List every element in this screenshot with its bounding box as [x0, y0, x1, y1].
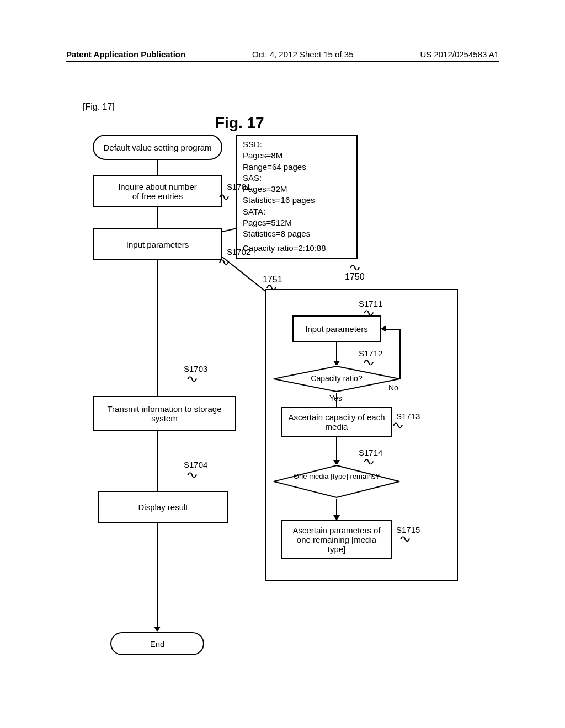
start-node: Default value setting program — [93, 135, 222, 160]
info-line-0: SSD: — [243, 139, 351, 150]
end-node-text: End — [150, 639, 165, 649]
step-s1701: Inquire about number of free entries — [93, 175, 222, 207]
label-s1704: S1704 — [184, 460, 207, 469]
connector — [157, 207, 158, 228]
tilde-s1714: ∿ — [362, 456, 375, 468]
connector — [336, 499, 337, 516]
connector — [157, 523, 158, 628]
step-s1703-text: Transmit information to storage system — [98, 404, 231, 423]
svg-line-0 — [222, 228, 237, 232]
connector — [157, 260, 158, 396]
tilde-s1701: ∿ — [217, 191, 231, 203]
tilde-1751: ∿ — [265, 281, 278, 293]
step-s1715-text: Ascertain parameters of one remaining [m… — [287, 526, 386, 554]
end-node: End — [110, 632, 204, 655]
connector — [157, 431, 158, 491]
info-line-3: SAS: — [243, 173, 351, 184]
figure-label-large: Fig. 17 — [215, 114, 264, 132]
step-s1713: Ascertain capacity of each media — [281, 407, 392, 437]
decision-s1714 — [273, 464, 401, 499]
step-s1701-text: Inquire about number of free entries — [118, 182, 197, 201]
arrow-into-s1711 — [381, 325, 386, 332]
step-s1713-text: Ascertain capacity of each media — [287, 413, 386, 431]
diag-line-up — [222, 228, 266, 261]
connector — [336, 437, 337, 461]
connector-no-h — [386, 329, 401, 330]
step-s1711-text: Input parameters — [305, 324, 367, 334]
connector — [336, 342, 337, 362]
tilde-s1704: ∿ — [185, 469, 199, 481]
start-node-text: Default value setting program — [104, 143, 212, 152]
info-line-6: SATA: — [243, 206, 351, 217]
info-line-1: Pages=8M — [243, 150, 351, 161]
no-s1712: No — [388, 383, 398, 392]
ref-1750: 1750 — [345, 272, 365, 282]
svg-line-1 — [222, 257, 265, 291]
info-line-7: Pages=512M — [243, 217, 351, 228]
tilde-s1711: ∿ — [362, 307, 375, 319]
info-line-4: Pages=32M — [243, 184, 351, 195]
arrowhead — [154, 627, 161, 632]
step-s1702-text: Input parameters — [126, 240, 189, 249]
connector — [336, 393, 337, 407]
step-s1711: Input parameters — [292, 315, 381, 342]
info-line-2: Range=64 pages — [243, 162, 351, 173]
page-header: Patent Application Publication Oct. 4, 2… — [66, 50, 499, 62]
step-s1704: Display result — [98, 491, 228, 523]
step-s1702: Input parameters — [93, 228, 222, 260]
step-s1715: Ascertain parameters of one remaining [m… — [281, 520, 392, 559]
svg-marker-3 — [274, 465, 399, 497]
decision-s1712-text: Capacity ratio? — [292, 374, 381, 383]
header-center: Oct. 4, 2012 Sheet 15 of 35 — [252, 50, 353, 59]
label-s1701: S1701 — [227, 182, 250, 191]
label-s1703: S1703 — [184, 364, 207, 373]
figure-label-small: [Fig. 17] — [83, 102, 115, 112]
tilde-s1703: ∿ — [185, 373, 199, 385]
step-s1704-text: Display result — [138, 502, 188, 512]
info-line-5: Statistics=16 pages — [243, 195, 351, 206]
decision-s1714-text: One media [type] remains? — [292, 472, 381, 481]
header-left: Patent Application Publication — [66, 50, 185, 59]
header-right: US 2012/0254583 A1 — [420, 50, 499, 59]
connector — [157, 160, 158, 175]
tilde-s1712: ∿ — [362, 356, 375, 368]
tilde-s1713: ∿ — [391, 419, 404, 431]
step-s1703: Transmit information to storage system — [93, 396, 236, 431]
tilde-s1715: ∿ — [398, 533, 412, 545]
connector-no — [399, 329, 401, 379]
